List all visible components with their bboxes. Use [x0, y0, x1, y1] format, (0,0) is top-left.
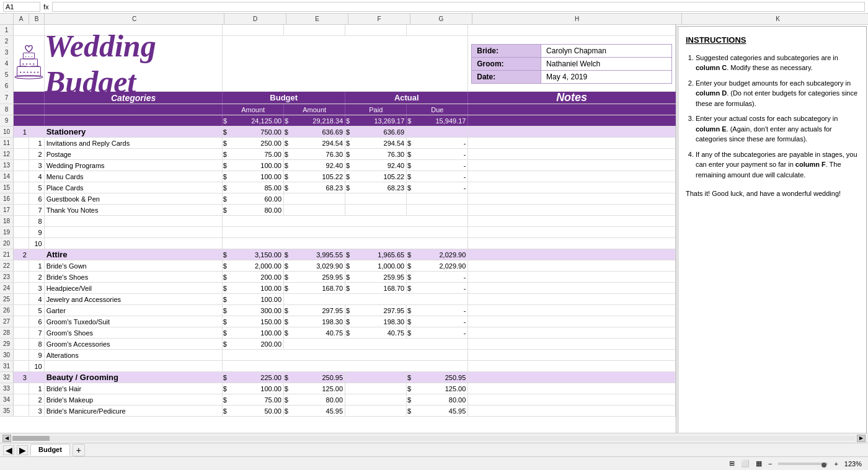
svg-point-7 — [30, 63, 31, 64]
rn-18: 18 — [0, 216, 14, 226]
scroll-thumb[interactable] — [12, 436, 50, 441]
cell-9-e-dollar: $ — [284, 115, 290, 126]
ch-e: E — [286, 14, 348, 24]
rn-15: 15 — [0, 182, 14, 193]
col-c-ref: column C — [696, 64, 727, 71]
zoom-level: 123% — [844, 460, 862, 468]
rn-12: 12 — [0, 149, 14, 159]
column-headers: A B C D E F G H K — [0, 14, 868, 25]
ch-a: A — [14, 14, 29, 24]
view-page-layout[interactable]: ⬜ — [741, 459, 750, 468]
cell-11-a — [14, 138, 29, 148]
svg-point-8 — [33, 63, 34, 64]
cell-9-g-dollar: $ — [407, 115, 413, 126]
row-12: 12 2 Postage $ 75.00 $ 76.30 $ 76.30 $ - — [0, 149, 676, 160]
rn-13: 13 — [0, 160, 14, 171]
rn-27: 27 — [0, 316, 14, 327]
svg-point-10 — [20, 72, 21, 73]
h-scrollbar[interactable]: ◀ ▶ — [0, 433, 868, 443]
row-21: 21 2 Attire $ 3,150.00 $ 3,995.55 $ 1,96… — [0, 249, 676, 260]
svg-point-3 — [32, 56, 32, 57]
row-16: 16 6 Guestbook & Pen $ 60.00 — [0, 193, 676, 205]
svg-point-13 — [30, 72, 32, 73]
cell-12-a — [14, 149, 29, 159]
row-32: 32 3 Beauty / Grooming $ 225.00 $ 250.95… — [0, 372, 676, 383]
zoom-minus[interactable]: − — [768, 460, 772, 468]
categories-header: Categories — [45, 92, 223, 104]
cell-7-ab — [14, 92, 45, 104]
rn-31: 31 — [0, 361, 14, 371]
section1-due — [407, 126, 468, 137]
tab-scroll-left[interactable]: ◀ — [3, 445, 14, 455]
groom-row: Groom: Nathaniel Welch — [472, 58, 672, 71]
amount-header-actual: Amount — [284, 104, 345, 115]
d-s1: $ — [223, 138, 229, 148]
rn-1: 1 — [0, 25, 14, 35]
cell-1-e — [284, 25, 345, 35]
row-34: 34 2 Bride's Makeup $ 75.00 $ 80.00 $ 80… — [0, 394, 676, 406]
cell-10-h — [468, 126, 676, 137]
cell-9-c — [45, 115, 223, 126]
actual-header: Actual — [345, 92, 468, 104]
formula-input[interactable] — [52, 2, 865, 12]
due-header: Due — [407, 104, 468, 115]
row-17: 17 7 Thank You Notes $ 80.00 — [0, 205, 676, 216]
cell-12-b: 2 — [29, 149, 45, 159]
name-box[interactable] — [3, 2, 40, 12]
groom-value: Nathaniel Welch — [541, 58, 672, 71]
svg-point-11 — [24, 72, 25, 73]
svg-point-1 — [25, 56, 26, 57]
ch-d: D — [224, 14, 286, 24]
rn-7: 7 — [0, 92, 14, 104]
view-page-break[interactable]: ▦ — [756, 459, 762, 468]
row-24: 24 3 Headpiece/Veil $ 100.00 $ 168.70 $ … — [0, 283, 676, 294]
rn-22: 22 — [0, 260, 14, 271]
cell-8-c — [45, 104, 223, 115]
formula-bar: fx — [0, 0, 868, 14]
tab-budget[interactable]: Budget — [30, 444, 70, 456]
zoom-slider[interactable] — [778, 463, 828, 465]
add-tab-button[interactable]: + — [73, 444, 85, 456]
bride-groom-area: Bride: Carolyn Chapman Groom: Nathaniel … — [468, 36, 676, 92]
header-rows: 2 3 4 5 6 — [0, 36, 676, 92]
rn-21: 21 — [0, 249, 14, 260]
svg-point-16 — [15, 76, 43, 79]
cell-1-d — [223, 25, 284, 35]
section1-name: Stationery — [45, 126, 223, 137]
cell-1-a — [14, 25, 45, 35]
zoom-plus[interactable]: + — [834, 460, 838, 468]
total-due: 15,949.17 — [413, 115, 468, 126]
row-30: 30 9 Alterations — [0, 350, 676, 361]
status-bar: ⊞ ⬜ ▦ − + 123% — [0, 456, 868, 470]
row-33: 33 1 Bride's Hair $ 100.00 $ 125.00 $ 12… — [0, 383, 676, 394]
bride-value: Carolyn Chapman — [541, 45, 672, 58]
total-actual: 29,218.34 — [290, 115, 345, 126]
cake-area — [14, 36, 45, 92]
row-11: 11 1 Invitations and Reply Cards $ 250.0… — [0, 138, 676, 149]
cell-9-ab — [14, 115, 45, 126]
scroll-right[interactable]: ▶ — [857, 435, 866, 442]
instructions-list: Suggested categories and subcategories a… — [686, 53, 859, 180]
view-normal[interactable]: ⊞ — [729, 459, 735, 468]
scroll-left[interactable]: ◀ — [2, 435, 11, 442]
cell-10-f1: $ — [345, 126, 352, 137]
section1-actual: 636.69 — [290, 126, 345, 137]
row-14: 14 4 Menu Cards $ 100.00 $ 105.22 $ 105.… — [0, 171, 676, 182]
g-s1: $ — [407, 138, 413, 148]
cell-1-g — [407, 25, 468, 35]
row-nums-2-6: 2 3 4 5 6 — [0, 36, 14, 92]
tab-scroll-right[interactable]: ▶ — [17, 445, 28, 455]
svg-rect-9 — [17, 67, 41, 76]
cell-1-f — [345, 25, 407, 35]
rn-34: 34 — [0, 394, 14, 405]
row-10: 10 1 Stationery $ 750.00 $ 636.69 $ 636.… — [0, 126, 676, 138]
row-27: 27 6 Groom's Tuxedo/Suit $ 150.00 $ 198.… — [0, 316, 676, 327]
cell-10-a: 1 — [14, 126, 29, 137]
svg-point-5 — [22, 63, 24, 64]
cell-11-b: 1 — [29, 138, 45, 148]
col-f-ref: column F — [795, 161, 826, 168]
item-s2: Postage — [45, 149, 223, 159]
instructions-closing: Thats it! Good luck, and have a wonderfu… — [686, 188, 859, 199]
ch-g: G — [410, 14, 472, 24]
col-e-ref: column E — [696, 125, 727, 133]
